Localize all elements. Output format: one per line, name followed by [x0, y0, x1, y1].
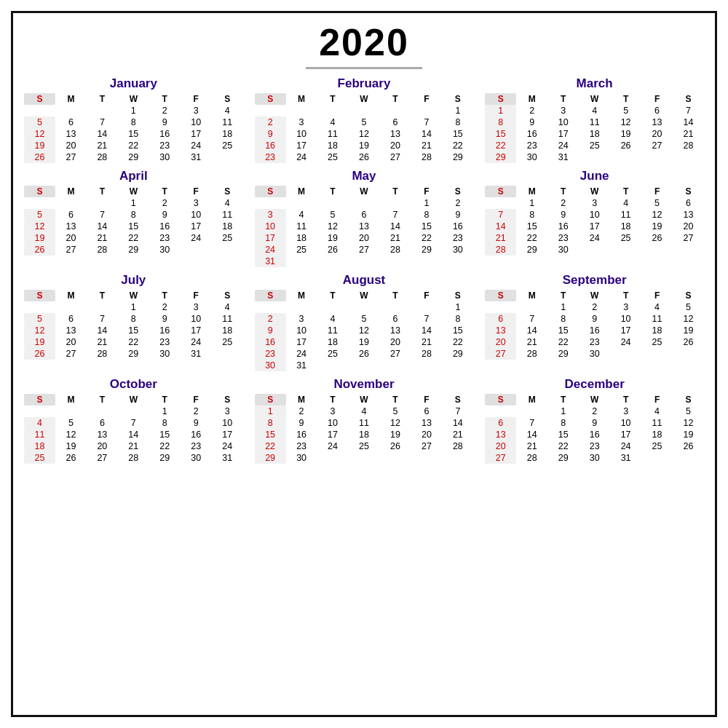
day-cell: 22	[118, 232, 149, 244]
day-cell: 26	[641, 232, 673, 244]
day-cell: 5	[379, 405, 411, 417]
empty-cell: .	[516, 301, 547, 313]
day-cell: 9	[255, 325, 286, 336]
day-cell: 21	[673, 128, 704, 140]
day-cell: 25	[286, 244, 317, 256]
day-cell: 26	[673, 440, 704, 452]
day-cell: 5	[673, 301, 704, 313]
day-cell: 26	[24, 244, 55, 256]
day-cell: 3	[610, 405, 641, 417]
day-cell: 12	[379, 417, 411, 429]
day-cell: 14	[87, 128, 118, 140]
day-cell: 14	[87, 221, 118, 232]
month-title: October	[24, 377, 243, 392]
day-cell: 30	[255, 360, 286, 371]
day-cell: 19	[24, 232, 55, 244]
day-cell: 5	[673, 405, 704, 417]
day-cell: 11	[317, 325, 349, 336]
day-cell: 25	[579, 140, 610, 151]
day-header: T	[547, 290, 579, 301]
month-block-march: MarchSMTWTFS1234567891011121314151617181…	[485, 76, 704, 163]
day-cell: 7	[485, 209, 516, 221]
day-cell: 27	[641, 140, 673, 151]
day-cell: 8	[485, 116, 516, 128]
empty-cell: .	[24, 105, 55, 116]
day-cell: 31	[286, 360, 317, 371]
day-cell: 29	[411, 244, 442, 256]
day-cell: 16	[442, 221, 473, 232]
day-cell: 2	[547, 197, 579, 209]
empty-cell: .	[379, 197, 411, 209]
day-cell: 4	[212, 197, 243, 209]
day-cell: 4	[24, 417, 55, 429]
day-cell: 19	[673, 325, 704, 336]
day-cell: 17	[317, 429, 349, 440]
day-cell: 7	[516, 417, 547, 429]
day-cell: 20	[485, 336, 516, 348]
day-cell: 26	[610, 140, 641, 151]
day-header: T	[379, 290, 411, 301]
empty-cell: .	[87, 197, 118, 209]
day-cell: 7	[87, 116, 118, 128]
day-cell: 10	[212, 417, 243, 429]
empty-cell: .	[349, 197, 380, 209]
day-header: T	[547, 394, 579, 405]
day-cell: 26	[24, 151, 55, 163]
day-cell: 7	[673, 105, 704, 116]
day-cell: 29	[118, 348, 149, 360]
calendar-grid: SMTWTFS......123456789101112131415161718…	[255, 93, 474, 163]
day-cell: 7	[379, 209, 411, 221]
month-block-november: NovemberSMTWTFS1234567891011121314151617…	[255, 377, 474, 464]
day-cell: 2	[149, 301, 181, 313]
day-cell: 3	[181, 301, 212, 313]
day-cell: 2	[579, 405, 610, 417]
day-cell: 29	[442, 151, 473, 163]
day-cell: 1	[118, 105, 149, 116]
day-header: S	[673, 186, 704, 197]
day-cell: 21	[118, 440, 149, 452]
day-cell: 11	[24, 429, 55, 440]
day-cell: 13	[641, 116, 673, 128]
day-header: F	[641, 290, 673, 301]
day-cell: 26	[379, 440, 411, 452]
day-header: S	[485, 290, 516, 301]
day-cell: 22	[149, 440, 181, 452]
day-cell: 5	[24, 116, 55, 128]
day-cell: 22	[547, 440, 579, 452]
day-cell: 6	[379, 116, 411, 128]
day-cell: 27	[485, 452, 516, 464]
day-header: F	[411, 93, 442, 105]
day-cell: 7	[516, 313, 547, 325]
day-cell: 3	[212, 405, 243, 417]
day-cell: 13	[673, 209, 704, 221]
day-cell: 21	[516, 440, 547, 452]
day-cell: 5	[55, 417, 87, 429]
day-cell: 8	[118, 313, 149, 325]
day-header: F	[641, 93, 673, 105]
day-header: W	[579, 93, 610, 105]
day-cell: 22	[442, 336, 473, 348]
day-cell: 31	[212, 452, 243, 464]
empty-cell: .	[55, 405, 87, 417]
day-cell: 20	[55, 336, 87, 348]
day-cell: 21	[87, 140, 118, 151]
day-cell: 19	[379, 429, 411, 440]
day-header: S	[673, 290, 704, 301]
day-cell: 27	[55, 348, 87, 360]
day-cell: 12	[55, 429, 87, 440]
empty-cell: .	[255, 301, 286, 313]
day-cell: 8	[516, 209, 547, 221]
day-header: S	[255, 290, 286, 301]
month-block-june: JuneSMTWTFS.1234567891011121314151617181…	[485, 169, 704, 267]
day-cell: 10	[610, 417, 641, 429]
day-cell: 22	[118, 140, 149, 151]
month-title: July	[24, 273, 243, 288]
day-header: S	[442, 290, 473, 301]
month-block-april: AprilSMTWTFS...1234567891011121314151617…	[24, 169, 243, 267]
day-cell: 2	[181, 405, 212, 417]
day-cell: 9	[149, 209, 181, 221]
day-cell: 12	[673, 417, 704, 429]
day-header: S	[255, 93, 286, 105]
day-cell: 15	[442, 325, 473, 336]
day-cell: 1	[149, 405, 181, 417]
